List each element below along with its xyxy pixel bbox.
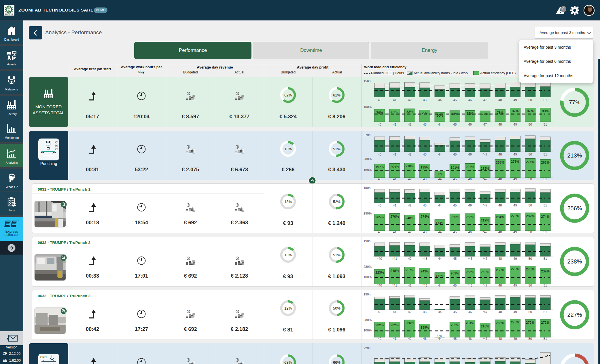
svg-text:51%: 51% xyxy=(333,253,340,257)
svg-text:$: $ xyxy=(188,146,189,148)
svg-text:$: $ xyxy=(237,204,238,206)
svg-text:72%: 72% xyxy=(467,112,473,115)
svg-text:258%: 258% xyxy=(496,268,504,272)
svg-text:$: $ xyxy=(237,310,238,313)
svg-text:191%: 191% xyxy=(451,166,459,169)
svg-text:270%: 270% xyxy=(526,268,534,271)
svg-text:ZOOMFAB: ZOOMFAB xyxy=(5,13,13,15)
svg-text:279%: 279% xyxy=(511,214,519,218)
svg-text:256%: 256% xyxy=(567,205,582,211)
svg-text:209%: 209% xyxy=(451,272,459,275)
svg-text:77%: 77% xyxy=(569,99,580,105)
svg-text:266%: 266% xyxy=(451,215,459,219)
svg-text:174%: 174% xyxy=(436,221,444,225)
svg-text:51%: 51% xyxy=(333,147,340,151)
svg-text:87%: 87% xyxy=(512,109,518,113)
svg-text:62%: 62% xyxy=(284,93,292,97)
svg-text:87%: 87% xyxy=(527,109,533,113)
svg-text:264%: 264% xyxy=(496,215,504,219)
svg-text:265%: 265% xyxy=(375,215,384,219)
svg-text:79%: 79% xyxy=(376,111,383,114)
svg-text:61%: 61% xyxy=(333,93,340,97)
svg-text:265%: 265% xyxy=(406,321,414,325)
svg-text:13%: 13% xyxy=(284,147,292,151)
svg-text:88%: 88% xyxy=(542,109,548,113)
svg-text:71%: 71% xyxy=(452,112,458,115)
svg-text:$: $ xyxy=(237,146,238,148)
svg-text:$: $ xyxy=(188,310,189,313)
svg-text:204%: 204% xyxy=(466,165,474,168)
svg-text:68%: 68% xyxy=(284,360,292,364)
svg-text:274%: 274% xyxy=(526,160,534,164)
svg-text:50%: 50% xyxy=(333,306,340,310)
svg-text:270%: 270% xyxy=(391,215,399,218)
svg-text:262%: 262% xyxy=(541,161,549,164)
svg-text:$: $ xyxy=(188,257,189,260)
svg-text:83%: 83% xyxy=(406,110,413,113)
svg-text:275%: 275% xyxy=(511,267,519,271)
svg-text:248%: 248% xyxy=(391,269,399,272)
svg-text:$: $ xyxy=(188,204,189,206)
svg-text:N: N xyxy=(55,144,58,147)
svg-text:$: $ xyxy=(237,257,238,260)
svg-text:52%: 52% xyxy=(333,200,340,204)
svg-text:216%: 216% xyxy=(481,325,489,328)
svg-text:272%: 272% xyxy=(541,321,549,324)
svg-text:274%: 274% xyxy=(421,215,429,218)
svg-text:212%: 212% xyxy=(481,219,489,222)
svg-text:263%: 263% xyxy=(496,161,504,164)
svg-text:248%: 248% xyxy=(406,216,414,220)
svg-text:78%: 78% xyxy=(497,111,504,114)
svg-text:197%: 197% xyxy=(375,165,384,169)
svg-text:$: $ xyxy=(188,92,189,95)
svg-text:13%: 13% xyxy=(284,200,292,204)
svg-text:C: C xyxy=(55,147,58,151)
svg-text:199%: 199% xyxy=(421,326,429,329)
svg-text:232%: 232% xyxy=(481,270,489,274)
svg-text:204%: 204% xyxy=(391,165,399,168)
svg-text:275%: 275% xyxy=(511,321,519,324)
svg-text:282%: 282% xyxy=(526,214,534,218)
svg-text:233%: 233% xyxy=(451,323,459,327)
svg-text:13%: 13% xyxy=(284,253,292,257)
svg-text:75%: 75% xyxy=(421,111,428,115)
svg-text:232%: 232% xyxy=(375,323,384,327)
svg-text:172%: 172% xyxy=(436,274,444,278)
svg-text:81%: 81% xyxy=(391,110,398,114)
svg-text:$: $ xyxy=(237,92,238,95)
svg-text:238%: 238% xyxy=(567,258,582,265)
svg-text:227%: 227% xyxy=(567,312,582,318)
svg-text:$: $ xyxy=(188,359,189,361)
svg-text:266%: 266% xyxy=(496,321,504,325)
svg-text:C: C xyxy=(55,141,58,144)
svg-text:272%: 272% xyxy=(526,321,534,324)
svg-text:233%: 233% xyxy=(466,270,474,274)
svg-text:98%: 98% xyxy=(437,172,443,176)
svg-text:257%: 257% xyxy=(406,268,414,272)
svg-text:232%: 232% xyxy=(391,323,399,327)
svg-text:$: $ xyxy=(237,359,238,361)
svg-text:239%: 239% xyxy=(541,270,549,273)
svg-text:261%: 261% xyxy=(466,321,474,325)
svg-text:70%: 70% xyxy=(482,112,488,116)
svg-text:195%: 195% xyxy=(421,166,429,169)
svg-text:66%: 66% xyxy=(333,360,340,364)
svg-text:268%: 268% xyxy=(466,215,474,219)
svg-text:213%: 213% xyxy=(567,152,582,159)
svg-text:223%: 223% xyxy=(375,271,384,274)
svg-text:243%: 243% xyxy=(421,270,429,273)
svg-text:60%: 60% xyxy=(437,114,443,117)
svg-text:276%: 276% xyxy=(511,160,519,163)
svg-text:274%: 274% xyxy=(541,215,549,218)
svg-text:210%: 210% xyxy=(406,164,414,168)
svg-text:CNC: CNC xyxy=(40,356,47,359)
svg-text:12%: 12% xyxy=(284,306,292,310)
svg-text:179%: 179% xyxy=(481,167,489,170)
